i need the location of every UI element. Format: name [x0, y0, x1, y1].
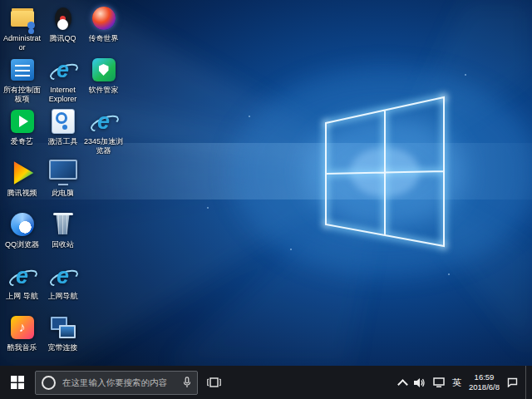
chevron-up-icon: [397, 379, 408, 390]
desktop-icon-internet-explorer[interactable]: e Internet Explorer: [42, 53, 83, 105]
windows-desktop: { "desktop": { "icons": [ {"label": "Adm…: [0, 0, 532, 399]
ethernet-network-icon: [433, 377, 445, 388]
icon-label: 所有控制面板项: [2, 86, 42, 103]
icon-label: 此电脑: [52, 189, 74, 198]
desktop-icon-recycle-bin[interactable]: 回收站: [42, 208, 83, 259]
ie-letter: e: [97, 111, 110, 133]
desktop-icon-grid: Administrator 所有控制面板项 爱奇艺 腾讯视频 QQ浏览器 e 上…: [2, 2, 124, 364]
internet-explorer-icon: e: [48, 56, 78, 84]
icon-label: 腾讯视频: [7, 189, 37, 198]
ie-letter: e: [57, 265, 69, 288]
desktop-icon-qq-browser[interactable]: QQ浏览器: [2, 208, 42, 259]
date-label: 2018/6/8: [469, 382, 500, 392]
desktop-icon-web-nav-1[interactable]: e 上网 导航: [2, 259, 42, 311]
hidden-icons-button[interactable]: [399, 377, 406, 388]
iqiyi-icon: [7, 107, 37, 135]
icon-label: 回收站: [52, 240, 74, 249]
control-panel-icon: [7, 56, 37, 84]
icon-label: 腾讯QQ: [49, 34, 76, 43]
software-manager-icon: [89, 56, 119, 84]
desktop-icon-kuwo-music[interactable]: ♪ 酷我音乐: [2, 311, 42, 362]
microphone-icon[interactable]: [183, 377, 191, 388]
taskbar-search[interactable]: [35, 371, 198, 395]
icon-label: 传奇世界: [89, 34, 119, 43]
search-input[interactable]: [61, 377, 178, 388]
kuwo-music-icon: ♪: [7, 313, 37, 342]
speaker-icon: [414, 377, 426, 388]
desktop-icon-activation-tool[interactable]: 激活工具: [42, 105, 83, 156]
start-button[interactable]: [0, 366, 35, 399]
icon-label: Administrator: [2, 34, 42, 52]
icon-label: 上网导航: [48, 292, 78, 301]
volume-button[interactable]: [414, 377, 426, 388]
icon-label: 酷我音乐: [7, 343, 37, 352]
this-pc-icon: [48, 159, 78, 187]
user-folder-icon: [7, 4, 37, 32]
icon-label: QQ浏览器: [5, 240, 39, 249]
desktop-area[interactable]: Administrator 所有控制面板项 爱奇艺 腾讯视频 QQ浏览器 e 上…: [0, 0, 532, 366]
2345-browser-icon: e: [89, 107, 119, 135]
desktop-icon-tencent-qq[interactable]: 腾讯QQ: [42, 2, 83, 53]
icon-label: 爱奇艺: [11, 137, 33, 146]
desktop-icon-software-manager[interactable]: 软件管家: [83, 53, 124, 105]
browser-e-icon: e: [7, 262, 37, 290]
ime-indicator[interactable]: 英: [452, 377, 461, 389]
desktop-icon-tencent-video[interactable]: 腾讯视频: [2, 156, 42, 208]
desktop-icon-web-nav-2[interactable]: e 上网导航: [42, 259, 83, 311]
task-view-button[interactable]: [198, 366, 229, 399]
system-tray: 英 16:59 2018/6/8: [399, 366, 532, 399]
desktop-icon-2345-browser[interactable]: e 2345加速浏览器: [83, 105, 124, 156]
icon-label: 上网 导航: [6, 292, 38, 301]
network-button[interactable]: [433, 377, 445, 388]
music-note-glyph: ♪: [19, 320, 26, 335]
tencent-video-icon: [7, 159, 37, 187]
task-view-icon: [207, 377, 221, 388]
desktop-icon-iqiyi[interactable]: 爱奇艺: [2, 105, 42, 156]
desktop-icon-legend-world[interactable]: 传奇世界: [83, 2, 124, 53]
icon-label: 软件管家: [89, 86, 119, 95]
action-center-icon: [507, 377, 518, 387]
icon-label: 宽带连接: [48, 343, 78, 352]
desktop-icon-this-pc[interactable]: 此电脑: [42, 156, 83, 208]
icon-label: Internet Explorer: [42, 86, 83, 103]
icon-label: 2345加速浏览器: [83, 137, 124, 155]
action-center-button[interactable]: [507, 377, 518, 387]
icon-label: 激活工具: [48, 137, 78, 146]
legend-world-game-icon: [89, 4, 119, 32]
desktop-icon-broadband[interactable]: 宽带连接: [42, 311, 83, 362]
ie-letter: e: [16, 265, 28, 288]
search-circle-icon: [42, 376, 56, 390]
browser-e-icon: e: [48, 262, 78, 290]
taskbar: 英 16:59 2018/6/8: [0, 366, 532, 399]
show-desktop-button[interactable]: [525, 366, 530, 399]
qq-penguin-icon: [48, 4, 78, 32]
windows-logo-icon: [11, 376, 24, 389]
broadband-connection-icon: [48, 313, 78, 342]
activation-tool-icon: [48, 107, 78, 135]
qq-browser-icon: [7, 210, 37, 239]
clock[interactable]: 16:59 2018/6/8: [469, 372, 500, 393]
recycle-bin-icon: [48, 210, 78, 239]
desktop-icon-control-panel[interactable]: 所有控制面板项: [2, 53, 42, 105]
time-label: 16:59: [475, 372, 495, 382]
ie-letter: e: [57, 59, 69, 81]
desktop-icon-administrator[interactable]: Administrator: [2, 2, 42, 53]
